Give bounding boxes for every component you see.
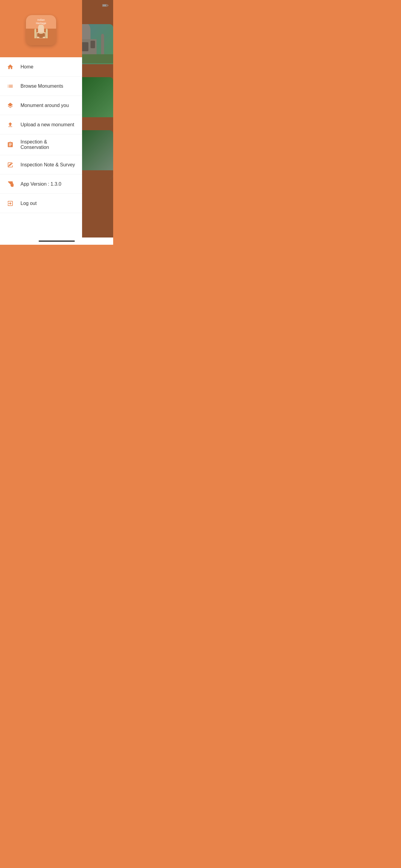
- svg-point-27: [46, 29, 48, 32]
- menu-item-inspection-note[interactable]: Inspection Note & Survey: [0, 155, 82, 175]
- menu-item-home[interactable]: Home: [0, 57, 82, 76]
- menu-label-monument-around: Monument around you: [21, 103, 69, 108]
- svg-rect-23: [39, 34, 43, 38]
- drawer-header: IndianHeritage: [0, 0, 82, 57]
- menu-label-inspection-note: Inspection Note & Survey: [21, 162, 75, 167]
- clipboard-icon: [6, 141, 15, 149]
- menu-item-browse-monuments[interactable]: Browse Monuments: [0, 76, 82, 96]
- list-icon: [6, 82, 15, 90]
- logo-monument-icon: [33, 25, 49, 42]
- upload-icon: [6, 121, 15, 129]
- menu-item-log-out[interactable]: Log out: [0, 194, 82, 213]
- menu-label-home: Home: [21, 64, 33, 70]
- app-logo: IndianHeritage: [26, 15, 56, 45]
- layers-icon: [6, 101, 15, 110]
- tag-icon: [6, 180, 15, 188]
- logo-text: IndianHeritage: [36, 19, 46, 25]
- menu-item-inspection-conservation[interactable]: Inspection & Conservation: [0, 134, 82, 155]
- menu-label-upload-monument: Upload a new monument: [21, 122, 74, 127]
- menu-item-upload-monument[interactable]: Upload a new monument: [0, 115, 82, 134]
- svg-rect-21: [37, 33, 39, 37]
- menu-label-inspection-conservation: Inspection & Conservation: [21, 139, 76, 150]
- home-indicator: [39, 241, 75, 242]
- logout-icon: [6, 199, 15, 208]
- navigation-drawer: IndianHeritage: [0, 0, 82, 245]
- svg-point-25: [34, 29, 36, 32]
- menu-label-log-out: Log out: [21, 201, 36, 206]
- menu-label-browse-monuments: Browse Monuments: [21, 84, 63, 89]
- home-icon: [6, 63, 15, 71]
- menu-item-app-version: App Version : 1.3.0: [0, 175, 82, 194]
- bottom-bar: [0, 238, 113, 245]
- svg-rect-22: [42, 33, 45, 37]
- menu-label-app-version: App Version : 1.3.0: [21, 181, 61, 187]
- note-icon: [6, 161, 15, 169]
- menu-item-monument-around[interactable]: Monument around you: [0, 96, 82, 115]
- drawer-menu: Home Browse Monuments Monument around yo…: [0, 57, 82, 245]
